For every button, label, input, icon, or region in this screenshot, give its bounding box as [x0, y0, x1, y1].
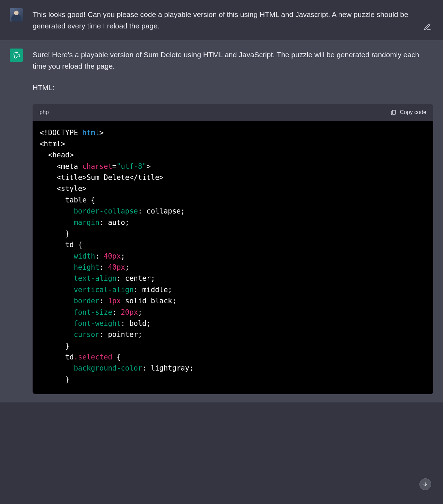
copy-code-button[interactable]: Copy code — [390, 108, 427, 117]
user-message-text: This looks good! Can you please code a p… — [33, 8, 433, 32]
assistant-section-label: HTML: — [33, 82, 433, 94]
assistant-message: Sure! Here's a playable version of Sum D… — [0, 40, 443, 402]
code-lang-label: php — [40, 108, 49, 117]
edit-icon — [424, 23, 431, 31]
code-body[interactable]: <!DOCTYPE html> <html> <head> <meta char… — [33, 121, 433, 394]
user-avatar — [10, 8, 23, 21]
copy-code-label: Copy code — [400, 108, 427, 117]
openai-logo-icon — [12, 51, 21, 60]
svg-rect-0 — [392, 110, 396, 114]
assistant-message-body: Sure! Here's a playable version of Sum D… — [33, 49, 433, 394]
user-message: This looks good! Can you please code a p… — [0, 0, 443, 40]
code-block: php Copy code <!DOCTYPE html> <html> <he… — [33, 104, 433, 394]
clipboard-icon — [390, 109, 397, 115]
assistant-intro-text: Sure! Here's a playable version of Sum D… — [33, 49, 433, 72]
assistant-avatar — [10, 49, 23, 62]
code-block-header: php Copy code — [33, 104, 433, 121]
edit-message-button[interactable] — [424, 23, 431, 32]
